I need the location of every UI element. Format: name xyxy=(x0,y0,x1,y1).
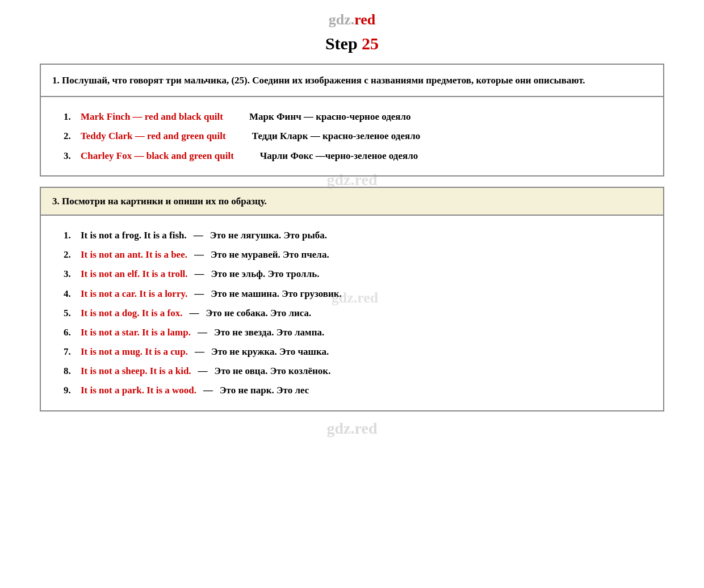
item-num: 6. xyxy=(64,325,77,340)
watermark-text-gray: gdz. xyxy=(329,11,355,28)
task1-instruction: 1. Послушай, что говорят три мальчика, (… xyxy=(52,73,652,88)
item-russian: Это не машина. Это грузовик. xyxy=(207,286,342,301)
task3-answers-list: 1. It is not a frog. It is a fish. — Это… xyxy=(64,228,646,398)
item-num: 8. xyxy=(64,363,77,379)
item-dash: — xyxy=(200,383,213,398)
item-russian-3: Чарли Фокс —черно-зеленое одеяло xyxy=(237,148,646,163)
task1-instruction-box: 1. Послушай, что говорят три мальчика, (… xyxy=(40,64,664,97)
watermark-header: gdz.red xyxy=(17,11,687,28)
item-dash: — xyxy=(190,228,203,243)
item-russian-2: Тедди Кларк — красно-зеленое одеяло xyxy=(229,128,646,144)
task3-answers-box: 1. It is not a frog. It is a fish. — Это… xyxy=(40,216,664,411)
list-item: 6. It is not a star. It is a lamp. — Это… xyxy=(64,325,646,340)
item-num: 2. xyxy=(64,128,77,144)
list-item: 2. It is not an ant. It is a bee. — Это … xyxy=(64,247,646,262)
item-num: 1. xyxy=(64,109,77,124)
item-num: 2. xyxy=(64,247,77,262)
list-item: 8. It is not a sheep. It is a kid. — Это… xyxy=(64,363,646,379)
item-dash: — xyxy=(191,247,204,262)
item-english-1: Mark Finch — red and black quilt xyxy=(81,109,223,124)
item-english: It is not a star. It is a lamp. xyxy=(81,325,191,340)
item-english: It is not a car. It is a lorry. xyxy=(81,286,187,301)
item-russian: Это не кружка. Это чашка. xyxy=(208,344,329,359)
task1-answers-list: 1. Mark Finch — red and black quilt Марк… xyxy=(64,109,646,163)
item-dash: — xyxy=(194,325,207,340)
item-english: It is not a mug. It is a cup. xyxy=(81,344,188,359)
item-russian-1: Марк Финч — красно-черное одеяло xyxy=(227,109,646,124)
item-num: 9. xyxy=(64,383,77,398)
item-russian: Это не собака. Это лиса. xyxy=(202,305,311,321)
watermark-bottom: gdz.red xyxy=(40,419,664,438)
item-dash: — xyxy=(191,286,204,301)
list-item: 5. It is not a dog. It is a fox. — Это н… xyxy=(64,305,646,321)
list-item: 1. It is not a frog. It is a fish. — Это… xyxy=(64,228,646,243)
list-item: 7. It is not a mug. It is a cup. — Это н… xyxy=(64,344,646,359)
list-item: 4. It is not a car. It is a lorry. — Это… xyxy=(64,286,646,301)
item-dash: — xyxy=(195,363,208,379)
item-russian: Это не муравей. Это пчела. xyxy=(207,247,329,262)
item-english-2: Teddy Clark — red and green quilt xyxy=(81,128,226,144)
step-number: 25 xyxy=(362,34,379,53)
step-title-line: Step 25 xyxy=(17,34,687,53)
item-num: 3. xyxy=(64,266,77,282)
list-item: 1. Mark Finch — red and black quilt Марк… xyxy=(64,109,646,124)
item-russian: Это не овца. Это козлёнок. xyxy=(211,363,331,379)
list-item: 3. It is not an elf. It is a troll. — Эт… xyxy=(64,266,646,282)
list-item: 3. Charley Fox — black and green quilt Ч… xyxy=(64,148,646,163)
item-dash: — xyxy=(186,305,199,321)
item-russian: Это не парк. Это лес xyxy=(216,383,309,398)
item-dash: — xyxy=(191,266,204,282)
list-item: 9. It is not a park. It is a wood. — Это… xyxy=(64,383,646,398)
item-russian: Это не лягушка. Это рыба. xyxy=(207,228,327,243)
item-english: It is not an elf. It is a troll. xyxy=(81,266,188,282)
step-label: Step xyxy=(325,34,362,53)
page-header: gdz.red Step 25 xyxy=(17,11,687,53)
task3-instruction: 3. Посмотри на картинки и опиши их по об… xyxy=(52,194,652,209)
item-english: It is not an ant. It is a bee. xyxy=(81,247,187,262)
watermark-bottom-text: gdz.red xyxy=(327,419,378,437)
item-english: It is not a dog. It is a fox. xyxy=(81,305,182,321)
item-english: It is not a frog. It is a fish. xyxy=(81,228,187,243)
item-english: It is not a park. It is a wood. xyxy=(81,383,196,398)
item-english: It is not a sheep. It is a kid. xyxy=(81,363,191,379)
item-dash: — xyxy=(191,344,204,359)
task1-answers-box: 1. Mark Finch — red and black quilt Марк… xyxy=(40,97,664,177)
main-content: 1. Послушай, что говорят три мальчика, (… xyxy=(40,64,664,438)
item-num: 1. xyxy=(64,228,77,243)
item-english-3: Charley Fox — black and green quilt xyxy=(81,148,234,163)
list-item: 2. Teddy Clark — red and green quilt Тед… xyxy=(64,128,646,144)
item-num: 4. xyxy=(64,286,77,301)
watermark-text-red: red xyxy=(354,11,375,28)
item-num: 5. xyxy=(64,305,77,321)
item-russian: Это не звезда. Это лампа. xyxy=(211,325,324,340)
task3-instruction-box: 3. Посмотри на картинки и опиши их по об… xyxy=(40,187,664,216)
item-russian: Это не эльф. Это тролль. xyxy=(208,266,320,282)
item-num: 3. xyxy=(64,148,77,163)
item-num: 7. xyxy=(64,344,77,359)
